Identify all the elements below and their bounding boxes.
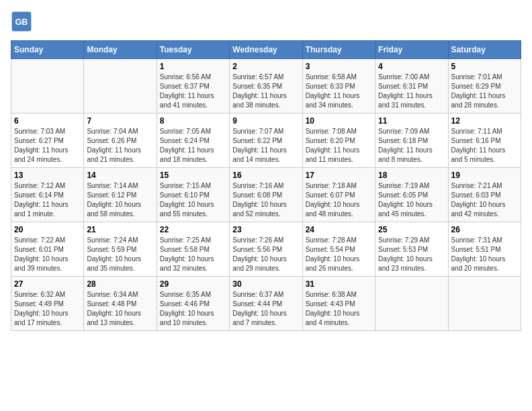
- calendar-cell: [84, 59, 157, 113]
- day-number: 5: [451, 62, 518, 71]
- calendar-cell: 28Sunrise: 6:34 AM Sunset: 4:48 PM Dayli…: [84, 277, 157, 331]
- day-of-week-header: Friday: [375, 41, 448, 59]
- logo-icon: GB: [11, 11, 32, 32]
- day-of-week-header: Saturday: [448, 41, 521, 59]
- calendar-cell: 31Sunrise: 6:38 AM Sunset: 4:43 PM Dayli…: [302, 277, 375, 331]
- day-info: Sunrise: 6:38 AM Sunset: 4:43 PM Dayligh…: [306, 290, 372, 328]
- calendar-week-row: 6Sunrise: 7:03 AM Sunset: 6:27 PM Daylig…: [11, 113, 521, 168]
- day-number: 6: [14, 116, 81, 126]
- calendar-cell: [375, 277, 448, 331]
- day-number: 21: [87, 225, 153, 234]
- day-number: 8: [160, 116, 226, 126]
- page-header: GB: [11, 11, 521, 32]
- day-info: Sunrise: 7:11 AM Sunset: 6:16 PM Dayligh…: [451, 127, 518, 165]
- day-info: Sunrise: 7:18 AM Sunset: 6:07 PM Dayligh…: [306, 181, 372, 219]
- day-info: Sunrise: 7:12 AM Sunset: 6:14 PM Dayligh…: [14, 181, 81, 219]
- day-of-week-header: Tuesday: [157, 41, 229, 59]
- day-number: 14: [87, 171, 153, 180]
- day-number: 29: [160, 279, 226, 289]
- day-info: Sunrise: 7:14 AM Sunset: 6:12 PM Dayligh…: [87, 181, 153, 219]
- calendar-week-row: 13Sunrise: 7:12 AM Sunset: 6:14 PM Dayli…: [11, 168, 521, 222]
- calendar-cell: 25Sunrise: 7:29 AM Sunset: 5:53 PM Dayli…: [375, 222, 448, 277]
- calendar-cell: 24Sunrise: 7:28 AM Sunset: 5:54 PM Dayli…: [302, 222, 375, 277]
- logo: GB: [11, 11, 35, 32]
- day-number: 20: [14, 225, 81, 234]
- day-number: 7: [87, 116, 153, 126]
- day-info: Sunrise: 7:03 AM Sunset: 6:27 PM Dayligh…: [14, 127, 81, 165]
- day-number: 31: [306, 279, 372, 289]
- day-number: 16: [232, 171, 299, 180]
- day-of-week-header: Wednesday: [230, 41, 302, 59]
- calendar-cell: [11, 59, 84, 113]
- calendar-cell: 29Sunrise: 6:35 AM Sunset: 4:46 PM Dayli…: [157, 277, 229, 331]
- day-of-week-header: Sunday: [11, 41, 84, 59]
- day-info: Sunrise: 6:37 AM Sunset: 4:44 PM Dayligh…: [232, 290, 299, 328]
- day-number: 4: [378, 62, 445, 71]
- day-number: 10: [306, 116, 372, 126]
- day-info: Sunrise: 6:34 AM Sunset: 4:48 PM Dayligh…: [87, 290, 153, 328]
- day-info: Sunrise: 6:58 AM Sunset: 6:33 PM Dayligh…: [306, 73, 372, 110]
- calendar-cell: 17Sunrise: 7:18 AM Sunset: 6:07 PM Dayli…: [302, 168, 375, 222]
- day-number: 27: [14, 279, 81, 289]
- day-number: 3: [306, 62, 372, 71]
- day-info: Sunrise: 7:15 AM Sunset: 6:10 PM Dayligh…: [160, 181, 226, 219]
- calendar-cell: 8Sunrise: 7:05 AM Sunset: 6:24 PM Daylig…: [157, 113, 229, 168]
- calendar-cell: 11Sunrise: 7:09 AM Sunset: 6:18 PM Dayli…: [375, 113, 448, 168]
- calendar-cell: 9Sunrise: 7:07 AM Sunset: 6:22 PM Daylig…: [230, 113, 302, 168]
- calendar-week-row: 27Sunrise: 6:32 AM Sunset: 4:49 PM Dayli…: [11, 277, 521, 331]
- calendar-cell: 2Sunrise: 6:57 AM Sunset: 6:35 PM Daylig…: [230, 59, 302, 113]
- calendar-cell: 15Sunrise: 7:15 AM Sunset: 6:10 PM Dayli…: [157, 168, 229, 222]
- day-info: Sunrise: 7:00 AM Sunset: 6:31 PM Dayligh…: [378, 73, 445, 110]
- day-number: 28: [87, 279, 153, 289]
- day-of-week-header: Thursday: [302, 41, 375, 59]
- calendar-cell: 6Sunrise: 7:03 AM Sunset: 6:27 PM Daylig…: [11, 113, 84, 168]
- day-info: Sunrise: 6:32 AM Sunset: 4:49 PM Dayligh…: [14, 290, 81, 328]
- calendar-cell: 10Sunrise: 7:08 AM Sunset: 6:20 PM Dayli…: [302, 113, 375, 168]
- calendar-cell: 18Sunrise: 7:19 AM Sunset: 6:05 PM Dayli…: [375, 168, 448, 222]
- day-info: Sunrise: 7:01 AM Sunset: 6:29 PM Dayligh…: [451, 73, 518, 110]
- day-info: Sunrise: 7:04 AM Sunset: 6:26 PM Dayligh…: [87, 127, 153, 165]
- day-of-week-header: Monday: [84, 41, 157, 59]
- calendar-cell: 5Sunrise: 7:01 AM Sunset: 6:29 PM Daylig…: [448, 59, 521, 113]
- calendar-cell: 16Sunrise: 7:16 AM Sunset: 6:08 PM Dayli…: [230, 168, 302, 222]
- calendar-cell: 7Sunrise: 7:04 AM Sunset: 6:26 PM Daylig…: [84, 113, 157, 168]
- calendar-cell: 22Sunrise: 7:25 AM Sunset: 5:58 PM Dayli…: [157, 222, 229, 277]
- day-number: 13: [14, 171, 81, 180]
- calendar-table: SundayMondayTuesdayWednesdayThursdayFrid…: [11, 40, 521, 331]
- calendar-cell: 14Sunrise: 7:14 AM Sunset: 6:12 PM Dayli…: [84, 168, 157, 222]
- calendar-cell: [448, 277, 521, 331]
- day-info: Sunrise: 7:31 AM Sunset: 5:51 PM Dayligh…: [451, 236, 518, 273]
- day-info: Sunrise: 7:16 AM Sunset: 6:08 PM Dayligh…: [232, 181, 299, 219]
- day-info: Sunrise: 7:29 AM Sunset: 5:53 PM Dayligh…: [378, 236, 445, 273]
- day-number: 26: [451, 225, 518, 234]
- day-info: Sunrise: 7:19 AM Sunset: 6:05 PM Dayligh…: [378, 181, 445, 219]
- day-number: 9: [232, 116, 299, 126]
- calendar-cell: 1Sunrise: 6:56 AM Sunset: 6:37 PM Daylig…: [157, 59, 229, 113]
- day-number: 17: [306, 171, 372, 180]
- day-info: Sunrise: 6:57 AM Sunset: 6:35 PM Dayligh…: [232, 73, 299, 110]
- day-info: Sunrise: 7:22 AM Sunset: 6:01 PM Dayligh…: [14, 236, 81, 273]
- day-number: 1: [160, 62, 226, 71]
- day-info: Sunrise: 7:26 AM Sunset: 5:56 PM Dayligh…: [232, 236, 299, 273]
- calendar-cell: 20Sunrise: 7:22 AM Sunset: 6:01 PM Dayli…: [11, 222, 84, 277]
- calendar-cell: 27Sunrise: 6:32 AM Sunset: 4:49 PM Dayli…: [11, 277, 84, 331]
- svg-text:GB: GB: [15, 17, 28, 27]
- day-info: Sunrise: 6:35 AM Sunset: 4:46 PM Dayligh…: [160, 290, 226, 328]
- day-number: 12: [451, 116, 518, 126]
- calendar-week-row: 1Sunrise: 6:56 AM Sunset: 6:37 PM Daylig…: [11, 59, 521, 113]
- calendar-cell: 19Sunrise: 7:21 AM Sunset: 6:03 PM Dayli…: [448, 168, 521, 222]
- calendar-header-row: SundayMondayTuesdayWednesdayThursdayFrid…: [11, 41, 521, 59]
- calendar-cell: 3Sunrise: 6:58 AM Sunset: 6:33 PM Daylig…: [302, 59, 375, 113]
- day-number: 11: [378, 116, 445, 126]
- day-number: 22: [160, 225, 226, 234]
- day-info: Sunrise: 7:08 AM Sunset: 6:20 PM Dayligh…: [306, 127, 372, 165]
- day-number: 24: [306, 225, 372, 234]
- calendar-week-row: 20Sunrise: 7:22 AM Sunset: 6:01 PM Dayli…: [11, 222, 521, 277]
- day-info: Sunrise: 7:25 AM Sunset: 5:58 PM Dayligh…: [160, 236, 226, 273]
- day-number: 25: [378, 225, 445, 234]
- day-info: Sunrise: 7:05 AM Sunset: 6:24 PM Dayligh…: [160, 127, 226, 165]
- calendar-cell: 26Sunrise: 7:31 AM Sunset: 5:51 PM Dayli…: [448, 222, 521, 277]
- day-info: Sunrise: 7:21 AM Sunset: 6:03 PM Dayligh…: [451, 181, 518, 219]
- calendar-cell: 13Sunrise: 7:12 AM Sunset: 6:14 PM Dayli…: [11, 168, 84, 222]
- day-info: Sunrise: 6:56 AM Sunset: 6:37 PM Dayligh…: [160, 73, 226, 110]
